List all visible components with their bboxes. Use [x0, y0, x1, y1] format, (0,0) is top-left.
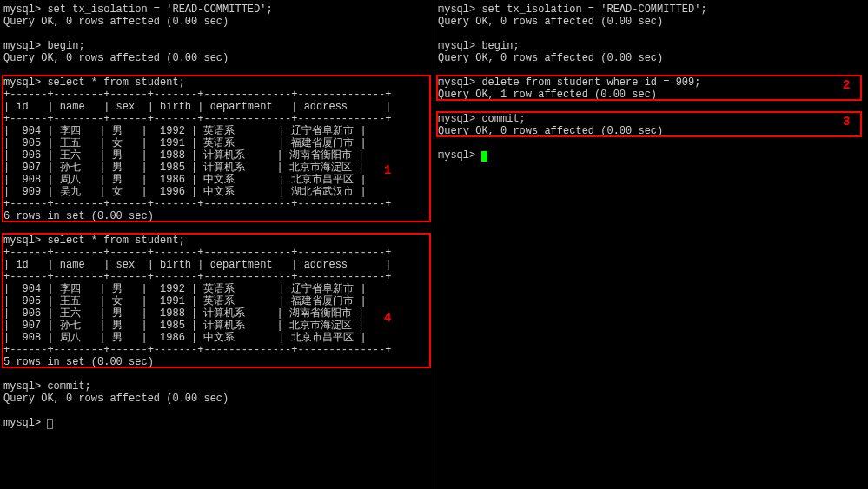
table-row: | 905 | 王五 | 女 | 1991 | 英语系 | 福建省厦门市 |	[3, 137, 430, 149]
table-border: +------+--------+------+-------+--------…	[3, 344, 430, 356]
blank	[438, 101, 865, 113]
cmd-commit: mysql> commit;	[3, 380, 430, 393]
result-ok: Query OK, 0 rows affected (0.00 sec)	[3, 16, 430, 28]
result-ok: Query OK, 0 rows affected (0.00 sec)	[3, 52, 430, 64]
result-ok: Query OK, 0 rows affected (0.00 sec)	[438, 16, 865, 28]
table-row: | 906 | 王六 | 男 | 1988 | 计算机系 | 湖南省衡阳市 |	[3, 149, 430, 162]
table-row: | 906 | 王六 | 男 | 1988 | 计算机系 | 湖南省衡阳市 |	[3, 307, 430, 320]
result-ok: Query OK, 0 rows affected (0.00 sec)	[438, 52, 865, 64]
table-border: +------+--------+------+-------+--------…	[3, 247, 430, 259]
table-row: | 908 | 周八 | 男 | 1986 | 中文系 | 北京市昌平区 |	[3, 174, 430, 186]
table-row: | 904 | 李四 | 男 | 1992 | 英语系 | 辽宁省阜新市 |	[3, 283, 430, 295]
table-header: | id | name | sex | birth | department |…	[3, 259, 430, 271]
cmd-delete: mysql> delete from student where id = 90…	[438, 76, 865, 89]
result-ok: Query OK, 1 row affected (0.00 sec)	[438, 89, 865, 101]
blank	[3, 368, 430, 380]
table-row: | 907 | 孙七 | 男 | 1985 | 计算机系 | 北京市海淀区 |	[3, 320, 430, 332]
cmd-commit: mysql> commit;	[438, 113, 865, 125]
cmd-begin: mysql> begin;	[438, 40, 865, 52]
table-border: +------+--------+------+-------+--------…	[3, 89, 430, 101]
table-row: | 908 | 周八 | 男 | 1986 | 中文系 | 北京市昌平区 |	[3, 332, 430, 344]
result-ok: Query OK, 0 rows affected (0.00 sec)	[438, 125, 865, 137]
table-row: | 904 | 李四 | 男 | 1992 | 英语系 | 辽宁省阜新市 |	[3, 125, 430, 137]
cmd-set-isolation: mysql> set tx_isolation = 'READ-COMMITTE…	[438, 3, 865, 16]
table-row: | 909 | 吴九 | 女 | 1996 | 中文系 | 湖北省武汉市 |	[3, 186, 430, 198]
blank	[3, 222, 430, 235]
terminal-right[interactable]: mysql> set tx_isolation = 'READ-COMMITTE…	[434, 0, 868, 489]
blank	[438, 137, 865, 149]
table-border: +------+--------+------+-------+--------…	[3, 113, 430, 125]
prompt[interactable]: mysql>	[438, 149, 865, 162]
table-border: +------+--------+------+-------+--------…	[3, 271, 430, 283]
cursor-icon	[47, 419, 53, 429]
cmd-begin: mysql> begin;	[3, 40, 430, 52]
table-border: +------+--------+------+-------+--------…	[3, 198, 430, 210]
cmd-select1: mysql> select * from student;	[3, 76, 430, 89]
rows-in-set: 5 rows in set (0.00 sec)	[3, 356, 430, 368]
table-header: | id | name | sex | birth | department |…	[3, 101, 430, 113]
rows-in-set: 6 rows in set (0.00 sec)	[3, 210, 430, 222]
result-ok: Query OK, 0 rows affected (0.00 sec)	[3, 393, 430, 405]
table-row: | 907 | 孙七 | 男 | 1985 | 计算机系 | 北京市海淀区 |	[3, 162, 430, 174]
terminal-left[interactable]: mysql> set tx_isolation = 'READ-COMMITTE…	[0, 0, 434, 489]
cursor-icon	[481, 151, 487, 162]
cmd-set-isolation: mysql> set tx_isolation = 'READ-COMMITTE…	[3, 3, 430, 16]
table-row: | 905 | 王五 | 女 | 1991 | 英语系 | 福建省厦门市 |	[3, 295, 430, 307]
blank	[3, 64, 430, 76]
blank	[438, 28, 865, 40]
prompt[interactable]: mysql>	[3, 417, 430, 429]
cmd-select2: mysql> select * from student;	[3, 235, 430, 247]
blank	[3, 405, 430, 417]
blank	[3, 28, 430, 40]
blank	[438, 64, 865, 76]
